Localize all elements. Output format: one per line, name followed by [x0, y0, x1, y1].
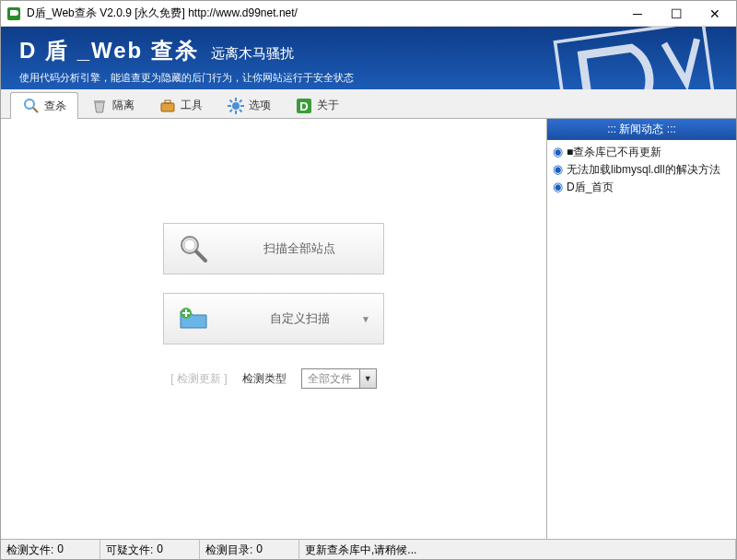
- tab-label: 工具: [181, 98, 203, 113]
- bullet-icon: ◉: [553, 180, 563, 193]
- svg-text:D: D: [299, 99, 308, 113]
- news-header: ::: 新闻动态 :::: [547, 119, 736, 140]
- about-icon: D: [295, 97, 313, 115]
- status-suspicious-value: 0: [157, 542, 163, 556]
- news-item[interactable]: ◉ ■查杀库已不再更新: [553, 144, 731, 161]
- magnifier-icon: [177, 232, 210, 265]
- svg-point-2: [25, 99, 34, 109]
- news-item[interactable]: ◉ 无法加载libmysql.dll的解决方法: [553, 161, 731, 179]
- svg-line-3: [33, 108, 38, 112]
- svg-line-15: [240, 99, 242, 102]
- svg-point-7: [232, 102, 240, 110]
- news-list: ◉ ■查杀库已不再更新 ◉ 无法加载libmysql.dll的解决方法 ◉ D盾…: [547, 140, 736, 200]
- search-icon: [22, 97, 41, 115]
- banner: D 盾 _Web 查杀 远离木马骚扰 使用代码分析引擎，能追查更为隐藏的后门行为…: [1, 27, 736, 89]
- status-dirs-value: 0: [256, 542, 263, 556]
- tab-about[interactable]: D 关于: [283, 92, 351, 118]
- status-files: 检测文件: 0: [1, 540, 100, 559]
- scan-all-button[interactable]: 扫描全部站点: [163, 223, 384, 274]
- svg-point-19: [184, 239, 195, 251]
- scan-panel: 扫描全部站点 自定义扫描 ▼ [ 检测更新 ] 检测类型 全部文件 ▼: [1, 119, 546, 539]
- tab-quarantine[interactable]: 隔离: [78, 92, 146, 118]
- tab-tools[interactable]: 工具: [146, 92, 215, 118]
- news-text: 无法加载libmysql.dll的解决方法: [567, 162, 720, 178]
- detect-type-select[interactable]: 全部文件 ▼: [301, 368, 377, 389]
- chevron-down-icon: ▼: [361, 314, 370, 324]
- tab-label: 关于: [317, 98, 339, 113]
- detect-type-value: 全部文件: [308, 371, 352, 387]
- banner-logo: [545, 27, 725, 89]
- svg-line-12: [230, 99, 233, 102]
- bullet-icon: ◉: [553, 162, 563, 176]
- svg-rect-4: [94, 100, 105, 103]
- svg-line-13: [240, 110, 242, 112]
- news-panel: ::: 新闻动态 ::: ◉ ■查杀库已不再更新 ◉ 无法加载libmysql.…: [546, 119, 736, 539]
- folder-add-icon: [177, 302, 210, 335]
- svg-line-14: [230, 110, 233, 112]
- minimize-button[interactable]: ─: [618, 2, 657, 26]
- custom-scan-label: 自定义扫描: [228, 310, 370, 327]
- tab-scan[interactable]: 查杀: [10, 92, 78, 119]
- chevron-down-icon: ▼: [359, 369, 376, 388]
- svg-line-20: [196, 251, 205, 261]
- status-files-value: 0: [57, 542, 64, 556]
- tab-options[interactable]: 选项: [215, 92, 283, 118]
- custom-scan-button[interactable]: 自定义扫描 ▼: [163, 293, 384, 344]
- toolbar: 查杀 隔离 工具 选项 D 关于: [1, 89, 736, 119]
- trash-icon: [90, 97, 109, 115]
- detect-options-row: [ 检测更新 ] 检测类型 全部文件 ▼: [170, 368, 376, 389]
- bullet-icon: ◉: [553, 145, 563, 158]
- app-icon: [6, 6, 21, 21]
- window-controls: ─ ☐ ✕: [618, 2, 734, 26]
- svg-rect-5: [161, 103, 174, 111]
- check-update-link[interactable]: [ 检测更新 ]: [170, 371, 227, 387]
- gear-icon: [227, 97, 245, 115]
- maximize-button[interactable]: ☐: [657, 2, 696, 26]
- news-text: D盾_首页: [567, 180, 614, 195]
- svg-rect-6: [165, 100, 170, 103]
- news-text: ■查杀库已不再更新: [567, 145, 661, 160]
- banner-subtitle: 远离木马骚扰: [211, 45, 294, 61]
- news-item[interactable]: ◉ D盾_首页: [553, 179, 731, 196]
- statusbar: 检测文件: 0 可疑文件: 0 检测目录: 0 更新查杀库中,请稍候...: [1, 539, 736, 559]
- window-title: D盾_Web查杀 V2.0.9 [永久免费] http://www.d99net…: [27, 6, 618, 21]
- status-suspicious: 可疑文件: 0: [100, 540, 200, 559]
- close-button[interactable]: ✕: [696, 2, 734, 26]
- scan-all-label: 扫描全部站点: [228, 240, 370, 257]
- tab-label: 查杀: [44, 99, 66, 114]
- tab-label: 隔离: [112, 98, 135, 113]
- titlebar: D盾_Web查杀 V2.0.9 [永久免费] http://www.d99net…: [1, 1, 736, 27]
- tab-label: 选项: [249, 98, 271, 113]
- detect-type-label: 检测类型: [242, 371, 287, 387]
- status-db-update: 更新查杀库中,请稍候...: [299, 540, 736, 559]
- main-area: 扫描全部站点 自定义扫描 ▼ [ 检测更新 ] 检测类型 全部文件 ▼ ::: …: [1, 119, 736, 539]
- status-dirs: 检测目录: 0: [200, 540, 299, 559]
- briefcase-icon: [158, 97, 177, 115]
